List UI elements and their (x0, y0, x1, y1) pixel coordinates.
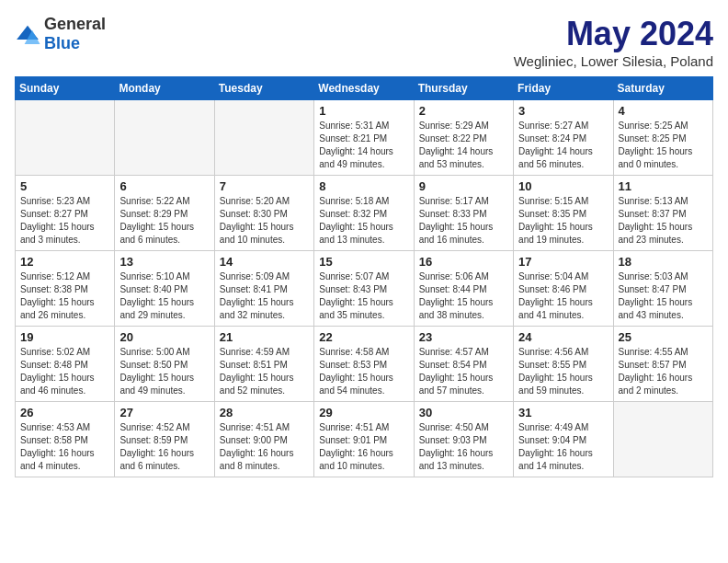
calendar-cell: 22Sunrise: 4:58 AM Sunset: 8:53 PM Dayli… (314, 327, 414, 402)
calendar-cell: 30Sunrise: 4:50 AM Sunset: 9:03 PM Dayli… (414, 402, 513, 477)
day-info: Sunrise: 4:58 AM Sunset: 8:53 PM Dayligh… (319, 346, 408, 397)
day-info: Sunrise: 4:59 AM Sunset: 8:51 PM Dayligh… (220, 346, 309, 397)
day-number: 25 (619, 330, 708, 344)
calendar-cell (214, 100, 313, 176)
day-number: 20 (119, 330, 209, 344)
day-number: 16 (419, 255, 508, 269)
day-info: Sunrise: 5:02 AM Sunset: 8:48 PM Dayligh… (20, 346, 109, 397)
day-number: 10 (518, 179, 608, 193)
weekday-header: Friday (514, 77, 613, 100)
day-number: 5 (20, 179, 109, 193)
day-number: 12 (20, 255, 109, 269)
day-info: Sunrise: 5:12 AM Sunset: 8:38 PM Dayligh… (20, 270, 109, 322)
calendar-cell: 25Sunrise: 4:55 AM Sunset: 8:57 PM Dayli… (613, 327, 712, 402)
location: Wegliniec, Lower Silesia, Poland (514, 53, 713, 69)
calendar-cell: 21Sunrise: 4:59 AM Sunset: 8:51 PM Dayli… (214, 327, 313, 402)
calendar-cell: 13Sunrise: 5:10 AM Sunset: 8:40 PM Dayli… (115, 251, 214, 327)
logo-blue: Blue (44, 34, 80, 52)
calendar-cell: 31Sunrise: 4:49 AM Sunset: 9:04 PM Dayli… (514, 402, 613, 477)
day-info: Sunrise: 4:56 AM Sunset: 8:55 PM Dayligh… (518, 346, 608, 397)
day-number: 9 (419, 179, 508, 193)
day-info: Sunrise: 4:52 AM Sunset: 8:59 PM Dayligh… (119, 421, 209, 473)
weekday-header: Tuesday (214, 77, 313, 100)
day-info: Sunrise: 5:20 AM Sunset: 8:30 PM Dayligh… (220, 195, 309, 247)
day-info: Sunrise: 5:00 AM Sunset: 8:50 PM Dayligh… (119, 346, 209, 397)
day-number: 22 (319, 330, 408, 344)
month-title: May 2024 (514, 15, 713, 53)
calendar-cell: 20Sunrise: 5:00 AM Sunset: 8:50 PM Dayli… (115, 327, 214, 402)
day-info: Sunrise: 5:10 AM Sunset: 8:40 PM Dayligh… (119, 270, 209, 322)
calendar-cell (613, 402, 712, 477)
day-number: 6 (119, 179, 209, 193)
calendar-cell: 28Sunrise: 4:51 AM Sunset: 9:00 PM Dayli… (214, 402, 313, 477)
calendar-cell: 17Sunrise: 5:04 AM Sunset: 8:46 PM Dayli… (514, 251, 613, 327)
day-number: 15 (319, 255, 408, 269)
calendar-cell: 27Sunrise: 4:52 AM Sunset: 8:59 PM Dayli… (115, 402, 214, 477)
day-info: Sunrise: 4:51 AM Sunset: 9:00 PM Dayligh… (220, 421, 309, 473)
day-info: Sunrise: 5:23 AM Sunset: 8:27 PM Dayligh… (20, 195, 109, 247)
day-info: Sunrise: 5:15 AM Sunset: 8:35 PM Dayligh… (518, 195, 608, 247)
day-number: 8 (319, 179, 408, 193)
day-number: 1 (319, 104, 408, 118)
calendar-cell: 5Sunrise: 5:23 AM Sunset: 8:27 PM Daylig… (16, 176, 115, 251)
day-number: 24 (518, 330, 608, 344)
calendar-cell: 12Sunrise: 5:12 AM Sunset: 8:38 PM Dayli… (16, 251, 115, 327)
day-info: Sunrise: 4:49 AM Sunset: 9:04 PM Dayligh… (518, 421, 608, 473)
calendar-cell: 24Sunrise: 4:56 AM Sunset: 8:55 PM Dayli… (514, 327, 613, 402)
day-info: Sunrise: 4:57 AM Sunset: 8:54 PM Dayligh… (419, 346, 508, 397)
calendar-cell: 9Sunrise: 5:17 AM Sunset: 8:33 PM Daylig… (414, 176, 513, 251)
weekday-header: Thursday (414, 77, 513, 100)
day-number: 11 (619, 179, 708, 193)
calendar: SundayMondayTuesdayWednesdayThursdayFrid… (15, 76, 713, 477)
calendar-cell: 18Sunrise: 5:03 AM Sunset: 8:47 PM Dayli… (613, 251, 712, 327)
calendar-cell: 7Sunrise: 5:20 AM Sunset: 8:30 PM Daylig… (214, 176, 313, 251)
calendar-cell: 1Sunrise: 5:31 AM Sunset: 8:21 PM Daylig… (314, 100, 414, 176)
weekday-header: Wednesday (314, 77, 414, 100)
calendar-cell: 10Sunrise: 5:15 AM Sunset: 8:35 PM Dayli… (514, 176, 613, 251)
day-info: Sunrise: 4:50 AM Sunset: 9:03 PM Dayligh… (419, 421, 508, 473)
day-number: 2 (419, 104, 508, 118)
day-number: 3 (518, 104, 608, 118)
calendar-week-row: 1Sunrise: 5:31 AM Sunset: 8:21 PM Daylig… (16, 100, 713, 176)
day-number: 26 (20, 406, 109, 419)
day-info: Sunrise: 5:31 AM Sunset: 8:21 PM Dayligh… (319, 120, 408, 171)
day-info: Sunrise: 5:09 AM Sunset: 8:41 PM Dayligh… (220, 270, 309, 322)
calendar-cell (16, 100, 115, 176)
calendar-cell: 6Sunrise: 5:22 AM Sunset: 8:29 PM Daylig… (115, 176, 214, 251)
day-number: 28 (220, 406, 309, 419)
calendar-cell: 4Sunrise: 5:25 AM Sunset: 8:25 PM Daylig… (613, 100, 712, 176)
day-number: 23 (419, 330, 508, 344)
day-number: 4 (619, 104, 708, 118)
calendar-week-row: 12Sunrise: 5:12 AM Sunset: 8:38 PM Dayli… (16, 251, 713, 327)
day-number: 21 (220, 330, 309, 344)
calendar-week-row: 19Sunrise: 5:02 AM Sunset: 8:48 PM Dayli… (16, 327, 713, 402)
title-block: May 2024 Wegliniec, Lower Silesia, Polan… (514, 15, 713, 69)
day-info: Sunrise: 5:27 AM Sunset: 8:24 PM Dayligh… (518, 120, 608, 171)
calendar-cell: 11Sunrise: 5:13 AM Sunset: 8:37 PM Dayli… (613, 176, 712, 251)
day-info: Sunrise: 5:29 AM Sunset: 8:22 PM Dayligh… (419, 120, 508, 171)
calendar-cell: 19Sunrise: 5:02 AM Sunset: 8:48 PM Dayli… (16, 327, 115, 402)
day-info: Sunrise: 4:51 AM Sunset: 9:01 PM Dayligh… (319, 421, 408, 473)
day-number: 13 (119, 255, 209, 269)
day-info: Sunrise: 4:53 AM Sunset: 8:58 PM Dayligh… (20, 421, 109, 473)
calendar-cell: 3Sunrise: 5:27 AM Sunset: 8:24 PM Daylig… (514, 100, 613, 176)
day-number: 19 (20, 330, 109, 344)
day-number: 14 (220, 255, 309, 269)
day-number: 27 (119, 406, 209, 419)
day-info: Sunrise: 5:18 AM Sunset: 8:32 PM Dayligh… (319, 195, 408, 247)
logo-icon (15, 24, 40, 44)
weekday-header: Monday (115, 77, 214, 100)
weekday-header: Saturday (613, 77, 712, 100)
calendar-week-row: 26Sunrise: 4:53 AM Sunset: 8:58 PM Dayli… (16, 402, 713, 477)
day-info: Sunrise: 5:25 AM Sunset: 8:25 PM Dayligh… (619, 120, 708, 171)
day-info: Sunrise: 5:03 AM Sunset: 8:47 PM Dayligh… (619, 270, 708, 322)
day-number: 7 (220, 179, 309, 193)
logo: General Blue (15, 15, 106, 53)
day-info: Sunrise: 5:04 AM Sunset: 8:46 PM Dayligh… (518, 270, 608, 322)
calendar-cell: 26Sunrise: 4:53 AM Sunset: 8:58 PM Dayli… (16, 402, 115, 477)
day-number: 29 (319, 406, 408, 419)
day-number: 31 (518, 406, 608, 419)
page-header: General Blue May 2024 Wegliniec, Lower S… (15, 15, 713, 69)
day-info: Sunrise: 5:22 AM Sunset: 8:29 PM Dayligh… (119, 195, 209, 247)
calendar-cell: 23Sunrise: 4:57 AM Sunset: 8:54 PM Dayli… (414, 327, 513, 402)
